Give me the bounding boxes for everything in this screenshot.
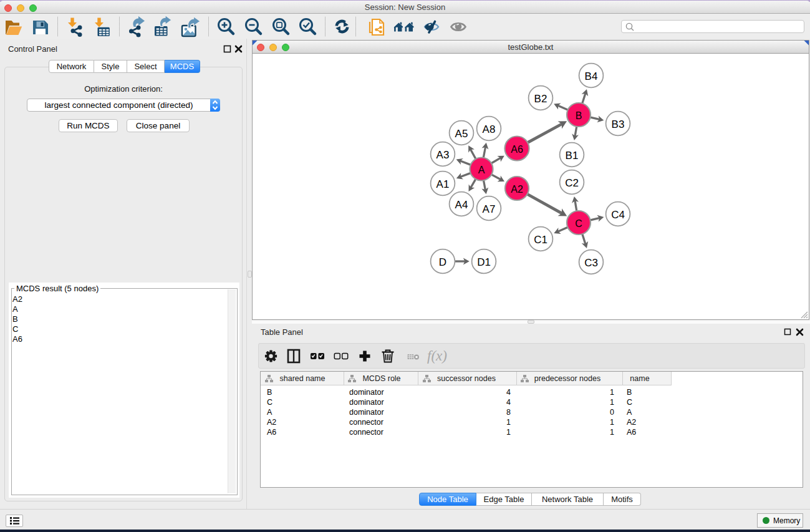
svg-text:1: 1 xyxy=(506,418,511,427)
svg-text:C: C xyxy=(627,398,632,407)
svg-text:A5: A5 xyxy=(455,128,468,140)
svg-text:name: name xyxy=(630,374,649,383)
svg-text:A2: A2 xyxy=(267,418,276,427)
svg-text:C: C xyxy=(575,218,582,229)
svg-text:B4: B4 xyxy=(585,70,598,82)
svg-text:B1: B1 xyxy=(566,150,579,162)
svg-text:1: 1 xyxy=(610,388,614,397)
svg-text:0: 0 xyxy=(610,408,614,417)
svg-text:B: B xyxy=(267,388,272,397)
svg-text:A8: A8 xyxy=(483,123,496,135)
svg-text:4: 4 xyxy=(506,398,511,407)
svg-text:A: A xyxy=(267,408,272,417)
svg-text:C1: C1 xyxy=(534,234,547,246)
svg-text:D: D xyxy=(439,256,446,268)
svg-text:A1: A1 xyxy=(436,178,450,190)
svg-text:4: 4 xyxy=(506,388,511,397)
svg-text:A6: A6 xyxy=(267,428,276,437)
svg-text:f(x): f(x) xyxy=(427,348,447,364)
svg-text:connector: connector xyxy=(349,428,383,437)
svg-text:A2: A2 xyxy=(627,418,636,427)
svg-text:dominator: dominator xyxy=(349,388,384,397)
svg-text:A6: A6 xyxy=(627,428,636,437)
svg-text:1: 1 xyxy=(610,428,614,437)
svg-text:connector: connector xyxy=(349,418,383,427)
svg-text:C: C xyxy=(267,398,272,407)
svg-text:8: 8 xyxy=(506,408,511,417)
svg-text:A3: A3 xyxy=(436,149,450,161)
svg-text:1: 1 xyxy=(506,428,511,437)
svg-text:predecessor nodes: predecessor nodes xyxy=(534,374,600,383)
svg-text:A: A xyxy=(627,408,632,417)
svg-text:1: 1 xyxy=(610,418,614,427)
svg-text:A2: A2 xyxy=(511,184,523,195)
svg-text:1: 1 xyxy=(610,398,614,407)
svg-text:A7: A7 xyxy=(483,203,496,215)
svg-text:successor nodes: successor nodes xyxy=(437,374,496,383)
svg-text:C2: C2 xyxy=(565,177,579,189)
svg-text:MCDS role: MCDS role xyxy=(362,374,400,383)
svg-text:B: B xyxy=(627,388,632,397)
svg-text:D1: D1 xyxy=(477,256,491,268)
svg-text:B: B xyxy=(576,110,582,121)
svg-text:C4: C4 xyxy=(611,209,625,221)
svg-text:B2: B2 xyxy=(534,93,547,105)
svg-text:B3: B3 xyxy=(612,118,625,130)
svg-text:shared name: shared name xyxy=(280,374,325,383)
svg-text:A6: A6 xyxy=(511,144,523,155)
svg-text:C3: C3 xyxy=(584,257,598,269)
svg-text:dominator: dominator xyxy=(349,408,384,417)
svg-text:A4: A4 xyxy=(455,199,468,211)
svg-text:A: A xyxy=(478,165,485,175)
svg-text:dominator: dominator xyxy=(349,398,384,407)
